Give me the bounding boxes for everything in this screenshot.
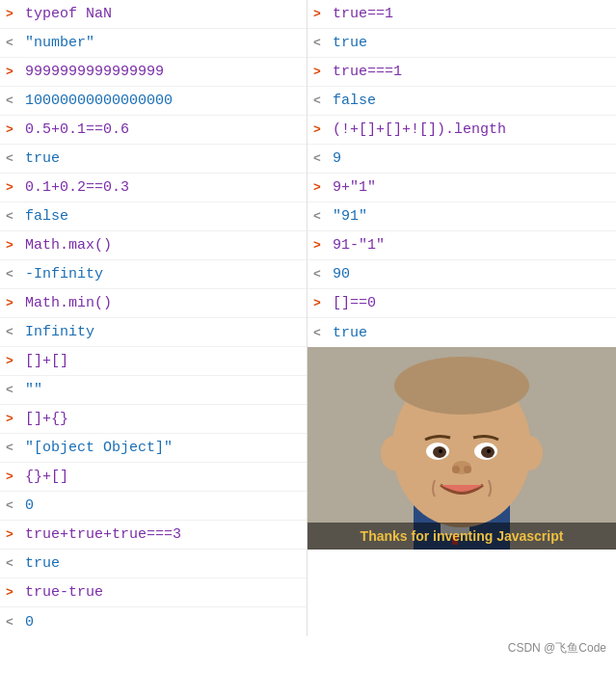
- output-row: <9: [308, 145, 616, 174]
- output-row: <"91": [308, 202, 616, 231]
- svg-point-13: [487, 449, 491, 453]
- input-row: >(!+[]+[]+![]).length: [308, 116, 616, 145]
- output-text: false: [25, 208, 68, 225]
- input-text: 0.5+0.1==0.6: [25, 121, 129, 138]
- input-arrow: >: [313, 238, 327, 253]
- output-row: <90: [308, 260, 616, 289]
- input-row: >9999999999999999: [0, 58, 307, 87]
- main-container: >typeof NaN<"number">9999999999999999<10…: [0, 0, 616, 636]
- output-arrow: <: [6, 556, 19, 571]
- input-arrow: >: [313, 180, 327, 195]
- input-text: []+[]: [25, 353, 68, 369]
- output-arrow: <: [313, 267, 327, 282]
- input-text: true==1: [333, 6, 393, 22]
- input-arrow: >: [6, 180, 19, 195]
- output-text: 0: [25, 614, 34, 631]
- input-row: >0.5+0.1==0.6: [0, 116, 307, 145]
- output-row: <false: [308, 87, 616, 116]
- output-row: <10000000000000000: [0, 87, 307, 116]
- input-row: >[]+{}: [0, 405, 307, 434]
- input-text: (!+[]+[]+![]).length: [333, 121, 506, 138]
- output-arrow: <: [313, 94, 327, 108]
- output-text: 10000000000000000: [25, 93, 173, 109]
- output-arrow: <: [6, 36, 19, 50]
- output-arrow: <: [6, 441, 19, 455]
- input-row: >typeof NaN: [0, 0, 307, 29]
- input-text: []==0: [333, 295, 376, 311]
- output-text: "91": [333, 208, 367, 225]
- input-arrow: >: [313, 122, 327, 137]
- output-row: <true: [0, 550, 307, 578]
- input-text: Math.min(): [25, 295, 112, 311]
- svg-point-12: [439, 449, 442, 453]
- svg-point-5: [381, 436, 408, 470]
- input-row: >91-"1": [308, 231, 616, 260]
- input-row: >9+"1": [308, 174, 616, 202]
- input-row: >{}+[]: [0, 463, 307, 492]
- output-row: <true: [0, 145, 307, 174]
- meme-caption: Thanks for inventing Javascript: [308, 523, 616, 550]
- input-arrow: >: [313, 65, 327, 79]
- input-arrow: >: [313, 296, 327, 310]
- output-arrow: <: [313, 36, 327, 50]
- output-arrow: <: [6, 209, 19, 224]
- output-row: <true: [308, 318, 616, 347]
- meme-image: Thanks for inventing Javascript: [308, 347, 616, 550]
- output-row: <"[object Object]": [0, 434, 307, 463]
- svg-point-6: [516, 436, 543, 470]
- output-arrow: <: [6, 498, 19, 513]
- output-text: Infinity: [25, 324, 94, 340]
- output-row: <"": [0, 376, 307, 405]
- output-row: <-Infinity: [0, 260, 307, 289]
- input-arrow: >: [6, 412, 19, 426]
- svg-point-7: [394, 357, 529, 415]
- input-row: >true==1: [308, 0, 616, 29]
- output-text: 9: [333, 150, 341, 167]
- input-text: true+true+true===3: [25, 526, 181, 543]
- input-row: >true===1: [308, 58, 616, 87]
- output-text: false: [333, 93, 376, 109]
- input-text: 0.1+0.2==0.3: [25, 179, 129, 196]
- output-text: "[object Object]": [25, 440, 173, 456]
- output-row: <0: [0, 492, 307, 521]
- input-row: >Math.max(): [0, 231, 307, 260]
- input-text: 91-"1": [333, 237, 385, 254]
- output-text: "": [25, 382, 42, 398]
- input-arrow: >: [6, 7, 19, 21]
- left-column: >typeof NaN<"number">9999999999999999<10…: [0, 0, 308, 636]
- output-arrow: <: [313, 209, 327, 224]
- input-arrow: >: [6, 470, 19, 484]
- right-column: >true==1<true>true===1<false>(!+[]+[]+![…: [308, 0, 616, 636]
- input-text: true-true: [25, 584, 103, 601]
- input-row: >true-true: [0, 578, 307, 607]
- output-row: <"number": [0, 29, 307, 58]
- output-text: 90: [333, 266, 350, 282]
- input-arrow: >: [6, 354, 19, 368]
- input-text: Math.max(): [25, 237, 112, 254]
- output-text: true: [333, 325, 367, 341]
- output-arrow: <: [6, 325, 19, 339]
- output-text: "number": [25, 35, 94, 51]
- output-arrow: <: [313, 151, 327, 166]
- input-text: typeof NaN: [25, 6, 112, 22]
- input-row: >[]+[]: [0, 347, 307, 376]
- input-row: >Math.min(): [0, 289, 307, 318]
- output-text: 0: [25, 497, 34, 514]
- input-row: >[]==0: [308, 289, 616, 318]
- input-text: 9+"1": [333, 179, 376, 196]
- input-text: 9999999999999999: [25, 64, 164, 80]
- input-row: >true+true+true===3: [0, 521, 307, 550]
- input-arrow: >: [6, 585, 19, 600]
- output-arrow: <: [6, 615, 19, 630]
- input-text: []+{}: [25, 411, 68, 427]
- output-arrow: <: [6, 151, 19, 166]
- output-arrow: <: [6, 383, 19, 397]
- output-arrow: <: [6, 267, 19, 282]
- watermark: CSDN @飞鱼Code: [0, 636, 616, 660]
- input-arrow: >: [6, 527, 19, 542]
- input-arrow: >: [6, 238, 19, 253]
- output-arrow: <: [313, 326, 327, 340]
- input-row: >0.1+0.2==0.3: [0, 174, 307, 202]
- input-arrow: >: [6, 65, 19, 79]
- svg-point-16: [464, 466, 471, 473]
